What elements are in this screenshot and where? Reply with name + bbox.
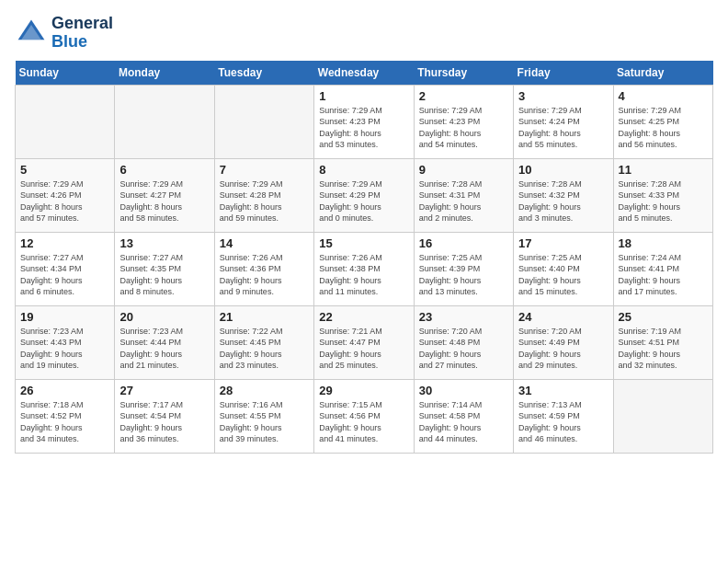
day-info: Sunrise: 7:28 AM Sunset: 4:31 PM Dayligh… (419, 178, 508, 224)
calendar-cell: 5Sunrise: 7:29 AM Sunset: 4:26 PM Daylig… (16, 158, 115, 232)
day-info: Sunrise: 7:25 AM Sunset: 4:40 PM Dayligh… (518, 252, 608, 298)
calendar-cell: 25Sunrise: 7:19 AM Sunset: 4:51 PM Dayli… (613, 305, 712, 379)
day-info: Sunrise: 7:25 AM Sunset: 4:39 PM Dayligh… (419, 252, 508, 298)
day-info: Sunrise: 7:29 AM Sunset: 4:23 PM Dayligh… (319, 105, 408, 151)
day-info: Sunrise: 7:22 AM Sunset: 4:45 PM Dayligh… (220, 326, 309, 372)
day-number: 12 (20, 236, 109, 250)
day-number: 28 (220, 384, 309, 397)
day-number: 25 (619, 310, 708, 324)
day-number: 27 (119, 384, 209, 397)
day-number: 11 (619, 163, 708, 177)
day-number: 30 (419, 384, 508, 397)
calendar-cell: 30Sunrise: 7:14 AM Sunset: 4:58 PM Dayli… (414, 379, 513, 453)
day-number: 22 (319, 310, 408, 324)
day-info: Sunrise: 7:28 AM Sunset: 4:32 PM Dayligh… (518, 178, 608, 224)
day-number: 8 (319, 163, 408, 177)
day-info: Sunrise: 7:24 AM Sunset: 4:41 PM Dayligh… (619, 252, 708, 298)
day-info: Sunrise: 7:29 AM Sunset: 4:24 PM Dayligh… (518, 105, 608, 151)
day-info: Sunrise: 7:27 AM Sunset: 4:34 PM Dayligh… (20, 252, 109, 298)
calendar-cell: 8Sunrise: 7:29 AM Sunset: 4:29 PM Daylig… (314, 158, 414, 232)
day-number: 4 (619, 89, 708, 103)
day-info: Sunrise: 7:18 AM Sunset: 4:52 PM Dayligh… (20, 399, 109, 445)
day-number: 15 (319, 236, 408, 250)
calendar-cell: 6Sunrise: 7:29 AM Sunset: 4:27 PM Daylig… (115, 158, 214, 232)
day-number: 20 (119, 310, 209, 324)
calendar-cell: 28Sunrise: 7:16 AM Sunset: 4:55 PM Dayli… (214, 379, 313, 453)
day-header-friday: Friday (514, 61, 613, 86)
calendar-week-4: 19Sunrise: 7:23 AM Sunset: 4:43 PM Dayli… (16, 305, 713, 379)
calendar-cell: 7Sunrise: 7:29 AM Sunset: 4:28 PM Daylig… (214, 158, 313, 232)
day-info: Sunrise: 7:21 AM Sunset: 4:47 PM Dayligh… (319, 326, 408, 372)
calendar-cell: 14Sunrise: 7:26 AM Sunset: 4:36 PM Dayli… (214, 232, 313, 305)
day-header-monday: Monday (115, 61, 214, 86)
calendar-cell: 22Sunrise: 7:21 AM Sunset: 4:47 PM Dayli… (314, 305, 414, 379)
day-info: Sunrise: 7:13 AM Sunset: 4:59 PM Dayligh… (518, 399, 608, 445)
day-number: 23 (419, 310, 508, 324)
calendar-week-5: 26Sunrise: 7:18 AM Sunset: 4:52 PM Dayli… (16, 379, 713, 453)
calendar-cell: 16Sunrise: 7:25 AM Sunset: 4:39 PM Dayli… (414, 232, 513, 305)
day-number: 24 (518, 310, 608, 324)
day-info: Sunrise: 7:17 AM Sunset: 4:54 PM Dayligh… (119, 399, 209, 445)
calendar-cell: 29Sunrise: 7:15 AM Sunset: 4:56 PM Dayli… (314, 379, 414, 453)
day-number: 29 (319, 384, 408, 397)
calendar-cell: 21Sunrise: 7:22 AM Sunset: 4:45 PM Dayli… (214, 305, 313, 379)
day-info: Sunrise: 7:28 AM Sunset: 4:33 PM Dayligh… (619, 178, 708, 224)
day-number: 1 (319, 89, 408, 103)
day-info: Sunrise: 7:29 AM Sunset: 4:28 PM Dayligh… (220, 178, 309, 224)
day-number: 14 (220, 236, 309, 250)
day-number: 13 (119, 236, 209, 250)
calendar-cell: 11Sunrise: 7:28 AM Sunset: 4:33 PM Dayli… (613, 158, 712, 232)
calendar-cell: 24Sunrise: 7:20 AM Sunset: 4:49 PM Dayli… (514, 305, 613, 379)
calendar-cell: 17Sunrise: 7:25 AM Sunset: 4:40 PM Dayli… (514, 232, 613, 305)
day-info: Sunrise: 7:16 AM Sunset: 4:55 PM Dayligh… (220, 399, 309, 445)
day-number: 5 (20, 163, 109, 177)
logo-text: General Blue (51, 15, 113, 52)
logo-icon (15, 17, 48, 50)
calendar-cell (214, 85, 313, 158)
day-number: 10 (518, 163, 608, 177)
day-number: 31 (518, 384, 608, 397)
calendar-table: SundayMondayTuesdayWednesdayThursdayFrid… (15, 61, 713, 454)
day-number: 18 (619, 236, 708, 250)
day-info: Sunrise: 7:20 AM Sunset: 4:49 PM Dayligh… (518, 326, 608, 372)
calendar-cell: 12Sunrise: 7:27 AM Sunset: 4:34 PM Dayli… (16, 232, 115, 305)
calendar-week-3: 12Sunrise: 7:27 AM Sunset: 4:34 PM Dayli… (16, 232, 713, 305)
day-number: 7 (220, 163, 309, 177)
calendar-cell: 26Sunrise: 7:18 AM Sunset: 4:52 PM Dayli… (16, 379, 115, 453)
day-info: Sunrise: 7:23 AM Sunset: 4:44 PM Dayligh… (119, 326, 209, 372)
calendar-cell: 4Sunrise: 7:29 AM Sunset: 4:25 PM Daylig… (613, 85, 712, 158)
calendar-cell: 19Sunrise: 7:23 AM Sunset: 4:43 PM Dayli… (16, 305, 115, 379)
calendar-cell: 20Sunrise: 7:23 AM Sunset: 4:44 PM Dayli… (115, 305, 214, 379)
day-number: 6 (119, 163, 209, 177)
calendar-cell: 31Sunrise: 7:13 AM Sunset: 4:59 PM Dayli… (514, 379, 613, 453)
calendar-week-2: 5Sunrise: 7:29 AM Sunset: 4:26 PM Daylig… (16, 158, 713, 232)
calendar-header-row: SundayMondayTuesdayWednesdayThursdayFrid… (16, 61, 713, 86)
calendar-cell: 18Sunrise: 7:24 AM Sunset: 4:41 PM Dayli… (613, 232, 712, 305)
day-info: Sunrise: 7:29 AM Sunset: 4:29 PM Dayligh… (319, 178, 408, 224)
day-info: Sunrise: 7:14 AM Sunset: 4:58 PM Dayligh… (419, 399, 508, 445)
calendar-cell: 10Sunrise: 7:28 AM Sunset: 4:32 PM Dayli… (514, 158, 613, 232)
day-number: 21 (220, 310, 309, 324)
calendar-cell: 13Sunrise: 7:27 AM Sunset: 4:35 PM Dayli… (115, 232, 214, 305)
day-info: Sunrise: 7:23 AM Sunset: 4:43 PM Dayligh… (20, 326, 109, 372)
day-header-saturday: Saturday (613, 61, 712, 86)
day-number: 9 (419, 163, 508, 177)
day-info: Sunrise: 7:27 AM Sunset: 4:35 PM Dayligh… (119, 252, 209, 298)
day-info: Sunrise: 7:29 AM Sunset: 4:26 PM Dayligh… (20, 178, 109, 224)
page-header: General Blue (15, 15, 713, 52)
day-number: 19 (20, 310, 109, 324)
day-number: 17 (518, 236, 608, 250)
day-info: Sunrise: 7:26 AM Sunset: 4:38 PM Dayligh… (319, 252, 408, 298)
calendar-cell (16, 85, 115, 158)
day-info: Sunrise: 7:15 AM Sunset: 4:56 PM Dayligh… (319, 399, 408, 445)
day-number: 2 (419, 89, 508, 103)
day-header-thursday: Thursday (414, 61, 513, 86)
logo: General Blue (15, 15, 113, 52)
calendar-cell: 9Sunrise: 7:28 AM Sunset: 4:31 PM Daylig… (414, 158, 513, 232)
day-info: Sunrise: 7:26 AM Sunset: 4:36 PM Dayligh… (220, 252, 309, 298)
day-info: Sunrise: 7:29 AM Sunset: 4:27 PM Dayligh… (119, 178, 209, 224)
day-header-sunday: Sunday (16, 61, 115, 86)
day-info: Sunrise: 7:29 AM Sunset: 4:23 PM Dayligh… (419, 105, 508, 151)
calendar-cell (613, 379, 712, 453)
calendar-cell: 1Sunrise: 7:29 AM Sunset: 4:23 PM Daylig… (314, 85, 414, 158)
